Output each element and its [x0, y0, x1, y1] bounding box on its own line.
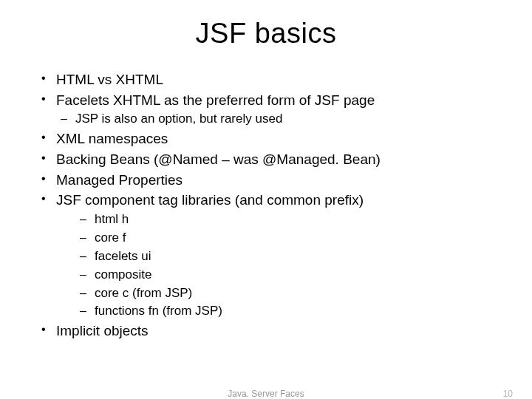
list-item: HTML vs XHTML [35, 70, 497, 89]
list-item: Backing Beans (@Named – was @Managed. Be… [35, 150, 497, 169]
slide: JSF basics HTML vs XHTML Facelets XHTML … [0, 0, 532, 399]
list-item: Facelets XHTML as the preferred form of … [35, 91, 497, 110]
list-item: Implicit objects [35, 321, 497, 341]
list-item: composite [35, 267, 497, 284]
list-item: html h [35, 211, 497, 228]
page-number: 10 [503, 389, 513, 399]
list-item: facelets ui [35, 248, 497, 265]
list-item: core f [35, 230, 497, 247]
list-item: core c (from JSP) [35, 285, 497, 302]
slide-title: JSF basics [35, 18, 497, 50]
footer-center-text: Java. Server Faces [0, 389, 532, 399]
list-item: JSF component tag libraries (and common … [35, 191, 497, 210]
bullet-list: HTML vs XHTML Facelets XHTML as the pref… [35, 70, 497, 341]
list-item: XML namespaces [35, 129, 497, 149]
list-item: functions fn (from JSP) [35, 303, 497, 320]
slide-content: HTML vs XHTML Facelets XHTML as the pref… [35, 70, 497, 341]
list-item: Managed Properties [35, 171, 497, 190]
list-item: JSP is also an option, but rarely used [35, 111, 497, 128]
